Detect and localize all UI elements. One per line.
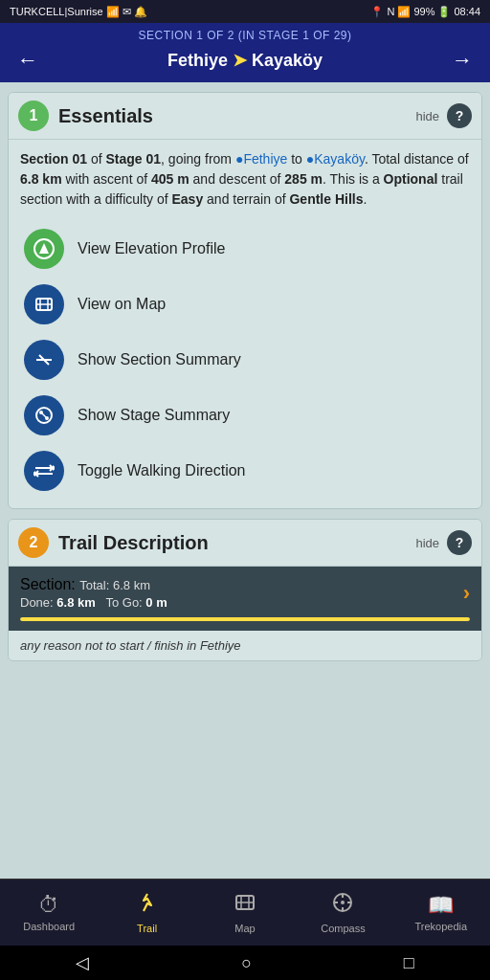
nav-trail[interactable]: Trail bbox=[98, 885, 195, 940]
nav-dashboard[interactable]: ⏱ Dashboard bbox=[0, 887, 98, 938]
section-summary-label: Show Section Summary bbox=[78, 351, 241, 368]
trail-icon bbox=[136, 891, 159, 920]
section-2-card: 2 Trail Description hide ? Section: Tota… bbox=[8, 519, 482, 661]
distance-val: 6.8 km bbox=[20, 171, 62, 187]
progress-row: Section: Total: 6.8 km Done: 6.8 km To G… bbox=[20, 576, 470, 610]
section-label: SECTION 1 OF 2 (IN STAGE 1 OF 29) bbox=[10, 29, 480, 42]
stage-summary-label: Show Stage Summary bbox=[78, 407, 230, 424]
map-nav-label: Map bbox=[234, 923, 255, 934]
status-icons: ✉ 🔔 bbox=[122, 6, 147, 18]
status-bar: TURKCELL|Sunrise 📶 ✉ 🔔 📍 N 📶 99% 🔋 08:44 bbox=[0, 0, 490, 23]
header: SECTION 1 OF 2 (IN STAGE 1 OF 29) ← Feth… bbox=[0, 23, 490, 82]
map-nav-icon bbox=[234, 891, 256, 920]
trekopedia-label: Trekopedia bbox=[415, 921, 468, 932]
compass-icon bbox=[331, 891, 354, 920]
destination-link[interactable]: ●Kayaköy bbox=[306, 151, 365, 167]
home-button[interactable]: ○ bbox=[241, 953, 252, 973]
origin-name: Fethiye bbox=[167, 51, 228, 70]
terrain-val: Gentle Hills bbox=[289, 191, 363, 207]
origin-link[interactable]: ●Fethiye bbox=[235, 151, 287, 167]
progress-bar-fill bbox=[20, 617, 470, 621]
partial-description: any reason not to start / finish in Feth… bbox=[9, 631, 481, 660]
status-right: 📍 N 📶 99% 🔋 08:44 bbox=[370, 6, 480, 18]
action-stage-summary[interactable]: Show Stage Summary bbox=[18, 388, 472, 443]
done-label: Done: bbox=[20, 595, 54, 610]
time-text: 08:44 bbox=[454, 6, 480, 17]
map-icon bbox=[24, 284, 64, 324]
section-1-description: Section 01 of Stage 01, going from ●Feth… bbox=[9, 139, 481, 215]
stage-summary-icon bbox=[24, 395, 64, 435]
section-2-title: Trail Description bbox=[58, 532, 415, 554]
optional-label: Optional bbox=[384, 171, 438, 187]
location-icon: 📍 bbox=[370, 6, 384, 18]
action-map[interactable]: View on Map bbox=[18, 277, 472, 332]
trekopedia-icon: 📖 bbox=[428, 893, 454, 918]
section-label-text: Section: bbox=[20, 576, 76, 592]
nav-map[interactable]: Map bbox=[196, 885, 294, 940]
recents-button[interactable]: □ bbox=[404, 953, 414, 973]
progress-next-arrow[interactable]: › bbox=[463, 581, 470, 606]
elevation-icon bbox=[24, 229, 64, 269]
route-title: Fethiye ➤ Kayaköy bbox=[46, 50, 444, 71]
toggle-direction-icon bbox=[24, 451, 64, 491]
wifi-icon: 📶 bbox=[397, 6, 411, 18]
main-content: 1 Essentials hide ? Section 01 of Stage … bbox=[0, 82, 490, 879]
stage-num-bold: Stage 01 bbox=[106, 151, 162, 167]
system-nav: ◁ ○ □ bbox=[0, 946, 490, 980]
action-section-summary[interactable]: Show Section Summary bbox=[18, 332, 472, 388]
progress-section: Section: Total: 6.8 km Done: 6.8 km To G… bbox=[9, 566, 481, 631]
network-icon: N bbox=[387, 6, 394, 17]
next-arrow[interactable]: → bbox=[444, 46, 480, 75]
svg-point-15 bbox=[341, 901, 345, 904]
header-nav: ← Fethiye ➤ Kayaköy → bbox=[10, 46, 480, 75]
action-toggle-direction[interactable]: Toggle Walking Direction bbox=[18, 443, 472, 499]
section-summary-icon bbox=[24, 340, 64, 380]
route-arrow-icon: ➤ bbox=[233, 51, 252, 70]
difficulty-val: Easy bbox=[171, 191, 203, 207]
bottom-nav: ⏱ Dashboard Trail Map bbox=[0, 879, 490, 946]
carrier-text: TURKCELL|Sunrise bbox=[10, 6, 103, 17]
done-value: 6.8 km bbox=[56, 595, 95, 610]
section-1-card: 1 Essentials hide ? Section 01 of Stage … bbox=[8, 92, 482, 509]
map-label: View on Map bbox=[78, 296, 166, 313]
action-elevation[interactable]: View Elevation Profile bbox=[18, 221, 472, 277]
progress-bar-track bbox=[20, 617, 470, 621]
action-list: View Elevation Profile View on Map bbox=[9, 215, 481, 508]
togo-label-text: To Go: bbox=[105, 595, 142, 610]
descent-val: 285 m bbox=[284, 171, 323, 187]
compass-label: Compass bbox=[321, 923, 365, 934]
destination-name: Kayaköy bbox=[252, 51, 323, 70]
progress-done-text: Done: 6.8 km To Go: 0 m bbox=[20, 595, 167, 610]
svg-line-8 bbox=[42, 413, 46, 417]
elevation-label: View Elevation Profile bbox=[78, 240, 225, 257]
ascent-val: 405 m bbox=[151, 171, 189, 187]
total-val: Total: 6.8 km bbox=[79, 578, 150, 592]
togo-value: 0 m bbox=[145, 595, 167, 610]
nav-trekopedia[interactable]: 📖 Trekopedia bbox=[392, 887, 490, 938]
svg-marker-1 bbox=[39, 243, 49, 254]
trail-label: Trail bbox=[137, 923, 157, 934]
section-num-bold: Section 01 bbox=[20, 151, 87, 167]
section-2-number: 2 bbox=[18, 527, 49, 558]
section-1-number: 1 bbox=[18, 100, 49, 131]
section-2-hide[interactable]: hide bbox=[415, 536, 439, 550]
nav-compass[interactable]: Compass bbox=[294, 885, 391, 940]
signal-icons: 📶 bbox=[106, 6, 120, 18]
section-2-help[interactable]: ? bbox=[447, 530, 472, 555]
progress-info: Section: Total: 6.8 km Done: 6.8 km To G… bbox=[20, 576, 167, 610]
dashboard-icon: ⏱ bbox=[38, 893, 59, 918]
section-1-title: Essentials bbox=[58, 105, 415, 127]
section-1-header: 1 Essentials hide ? bbox=[9, 93, 481, 139]
back-button[interactable]: ◁ bbox=[76, 952, 89, 973]
status-left: TURKCELL|Sunrise 📶 ✉ 🔔 bbox=[10, 6, 147, 18]
section-1-help[interactable]: ? bbox=[447, 103, 472, 128]
battery-text: 99% bbox=[413, 6, 434, 17]
prev-arrow[interactable]: ← bbox=[10, 46, 46, 75]
progress-total-text: Section: Total: 6.8 km bbox=[20, 576, 167, 593]
toggle-direction-label: Toggle Walking Direction bbox=[78, 462, 245, 479]
section-2-header: 2 Trail Description hide ? bbox=[9, 520, 481, 566]
battery-icon: 🔋 bbox=[437, 6, 451, 18]
dashboard-label: Dashboard bbox=[23, 921, 75, 932]
section-1-hide[interactable]: hide bbox=[415, 109, 439, 123]
